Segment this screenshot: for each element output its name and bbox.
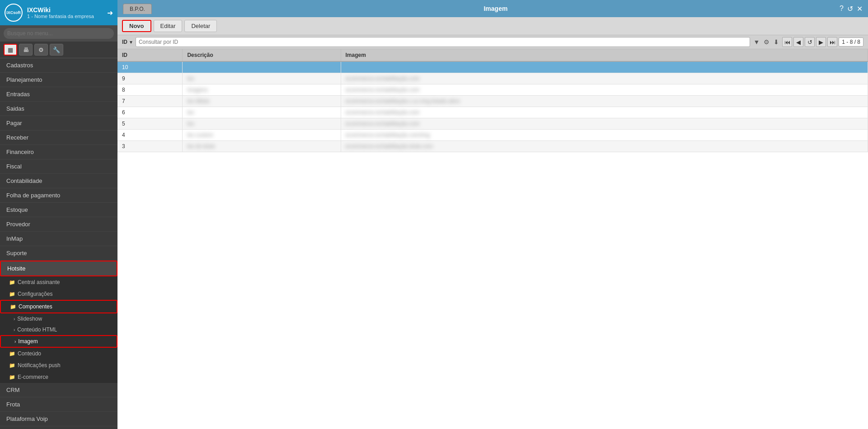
search-input[interactable] — [4, 28, 114, 39]
search-box — [0, 25, 117, 42]
forward-icon[interactable]: ➜ — [107, 9, 113, 17]
nav-financeiro[interactable]: Financeiro — [0, 145, 117, 159]
col-imagem: Imagem — [341, 49, 868, 61]
sub-label: Central assinante — [18, 279, 60, 285]
nav-cadastros[interactable]: Cadastros — [0, 58, 117, 73]
deletar-button[interactable]: Deletar — [184, 20, 217, 32]
filter-export-btn[interactable]: ⬇ — [773, 37, 780, 47]
nav-fiscal[interactable]: Fiscal — [0, 159, 117, 174]
tab-bpo[interactable]: B.P.O. — [123, 4, 152, 14]
dropdown-arrow-icon: ▼ — [129, 40, 133, 45]
editar-button[interactable]: Editar — [154, 20, 183, 32]
sub-label: Configurações — [18, 291, 52, 297]
sub-notificacoes[interactable]: 📁 Notificações push — [0, 359, 117, 371]
wrench-icon-btn[interactable]: 🔧 — [50, 44, 63, 56]
table-row[interactable]: 8imagensecommerce.ixchabilitação.com — [117, 84, 868, 96]
sub-componentes[interactable]: 📁 Componentes — [0, 300, 117, 313]
action-bar: Novo Editar Deletar — [117, 17, 868, 35]
cell-descricao: lex — [183, 73, 341, 84]
data-table: ID Descrição Imagem 109lexecommerce.ixch… — [117, 49, 868, 429]
table-row[interactable]: 9lexecommerce.ixchabilitação.com — [117, 73, 868, 84]
folder-icon: 📁 — [9, 280, 15, 285]
filter-settings-btn[interactable]: ⚙ — [763, 37, 770, 47]
nav-plataforma-voip[interactable]: Plataforma Voip — [0, 412, 117, 426]
cell-imagem: ecommerce.ixchabilitação.com/img — [341, 130, 868, 141]
nav-inmap[interactable]: InMap — [0, 232, 117, 246]
nav-estoque[interactable]: Estoque — [0, 203, 117, 217]
nav-saidas[interactable]: Saidas — [0, 102, 117, 116]
cell-id: 7 — [117, 96, 183, 107]
table-row[interactable]: 10 — [117, 61, 868, 73]
table-row[interactable]: 6lexecommerce.ixchabilitação.com — [117, 107, 868, 118]
nav-entradas[interactable]: Entradas — [0, 87, 117, 102]
table-row[interactable]: 7lex titlistoecommerce.ixchabilitação.c.… — [117, 96, 868, 107]
folder-icon: 📁 — [9, 363, 15, 368]
nav-frota[interactable]: Frota — [0, 397, 117, 412]
grid-icon-btn[interactable]: ▦ — [4, 44, 17, 56]
cell-descricao: lex — [183, 118, 341, 130]
prev-page-btn[interactable]: ◀ — [793, 37, 803, 47]
main-content: B.P.O. Imagem ? ↺ ✕ Novo Editar Deletar … — [117, 0, 868, 429]
id-filter-label[interactable]: ID ▼ — [122, 39, 133, 45]
app-info: IXCWiki 1 - Nome fantasia da empresa — [27, 6, 94, 19]
nav-crm[interactable]: CRM — [0, 383, 117, 397]
nav-provedor[interactable]: Provedor — [0, 217, 117, 232]
settings-icon-btn[interactable]: ⚙ — [34, 44, 48, 56]
table-body: 109lexecommerce.ixchabilitação.com8image… — [117, 61, 868, 152]
tab-bar-placeholder: B.P.O. — [123, 4, 152, 14]
nav-contabilidade[interactable]: Contabilidade — [0, 174, 117, 188]
id-filter-input[interactable] — [136, 37, 751, 47]
nav-menu: Cadastros Planejamento Entradas Saidas P… — [0, 58, 117, 429]
last-page-btn[interactable]: ⏭ — [827, 37, 837, 47]
sub-sub-label: Imagem — [18, 338, 38, 345]
cell-id: 5 — [117, 118, 183, 130]
cell-imagem — [341, 61, 868, 73]
folder-icon: 📁 — [9, 351, 15, 357]
folder-icon: 📁 — [9, 291, 15, 297]
hotsite-submenu: 📁 Central assinante 📁 Configurações 📁 Co… — [0, 276, 117, 383]
print-icon-btn[interactable]: 🖶 — [19, 44, 33, 56]
sub-central-assinante[interactable]: 📁 Central assinante — [0, 276, 117, 288]
sub-label: Componentes — [19, 303, 52, 310]
first-page-btn[interactable]: ⏮ — [782, 37, 792, 47]
sub-label: Notificações push — [18, 362, 61, 368]
app-name: IXCWiki — [27, 6, 94, 14]
sub-sub-conteudo-html[interactable]: › Conteúdo HTML — [0, 324, 117, 335]
nav-planejamento[interactable]: Planejamento — [0, 73, 117, 87]
cell-imagem: ecommerce.ixchabilitação.c.a.t.img.lista… — [341, 96, 868, 107]
help-icon[interactable]: ? — [840, 5, 844, 13]
sub-sub-slideshow[interactable]: › Slideshow — [0, 313, 117, 324]
refresh-btn[interactable]: ↺ — [805, 37, 815, 47]
next-page-btn[interactable]: ▶ — [816, 37, 826, 47]
table-row[interactable]: 4lex customecommerce.ixchabilitação.com/… — [117, 130, 868, 141]
table-row[interactable]: 3lex do testeecommerce.ixchabilitação.te… — [117, 141, 868, 152]
table-row[interactable]: 5lexecommerce.ixchabilitação.com — [117, 118, 868, 130]
sub-configuracoes[interactable]: 📁 Configurações — [0, 288, 117, 300]
cell-descricao: lex titlisto — [183, 96, 341, 107]
nav-pagar[interactable]: Pagar — [0, 116, 117, 131]
sub-conteudo[interactable]: 📁 Conteúdo — [0, 348, 117, 359]
sub-label: E-commerce — [18, 374, 48, 380]
cell-id: 4 — [117, 130, 183, 141]
refresh-icon[interactable]: ↺ — [847, 5, 853, 13]
logo: IXCsoft — [5, 4, 23, 22]
window-title: Imagem — [483, 5, 507, 12]
sub-sub-imagem[interactable]: › Imagem — [0, 335, 117, 348]
cell-descricao — [183, 61, 341, 73]
sub-ecommerce[interactable]: 📁 E-commerce — [0, 371, 117, 383]
filter-bar: ID ▼ ▼ ⚙ ⬇ ⏮ ◀ ↺ ▶ ⏭ 1 - 8 / 8 — [117, 35, 868, 49]
cell-id: 9 — [117, 73, 183, 84]
pagination-info: 1 - 8 / 8 — [839, 37, 863, 47]
filter-dropdown-btn[interactable]: ▼ — [752, 37, 760, 47]
toolbar-icons: ▦ 🖶 ⚙ 🔧 — [0, 42, 117, 58]
nav-hotsite[interactable]: Hotsite — [0, 261, 117, 276]
nav-folha[interactable]: Folha de pagamento — [0, 188, 117, 203]
cell-imagem: ecommerce.ixchabilitação.com — [341, 73, 868, 84]
cell-descricao: imagens — [183, 84, 341, 96]
sidebar: IXCsoft IXCWiki 1 - Nome fantasia da emp… — [0, 0, 117, 429]
novo-button[interactable]: Novo — [122, 20, 151, 32]
close-icon[interactable]: ✕ — [857, 5, 863, 13]
nav-suporte[interactable]: Suporte — [0, 246, 117, 261]
nav-receber[interactable]: Receber — [0, 131, 117, 145]
cell-imagem: ecommerce.ixchabilitação.com — [341, 107, 868, 118]
